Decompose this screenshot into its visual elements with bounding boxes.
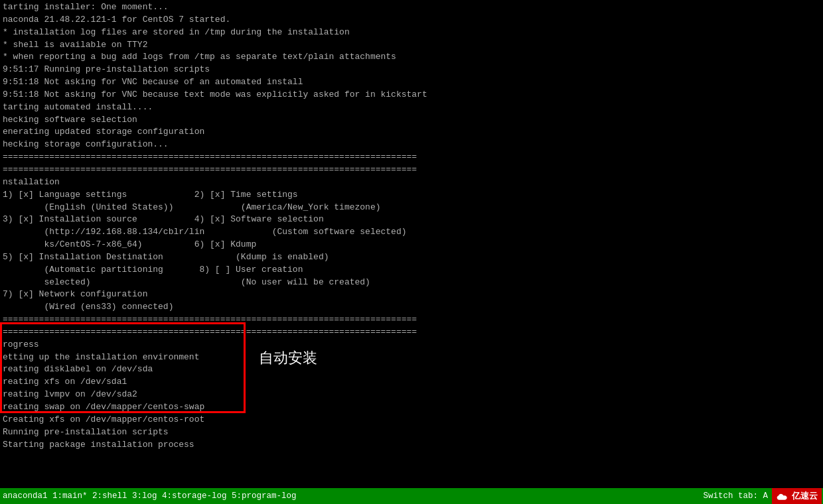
terminal-line: naconda 21.48.22.121-1 for CentOS 7 star… [3, 14, 820, 27]
status-left: anaconda1 1:main* 2:shell 3:log 4:storag… [0, 491, 297, 501]
switch-tab-label[interactable]: Switch tab: A [703, 491, 768, 501]
terminal-line: enerating updated storage configuration [3, 126, 820, 139]
terminal-line: tarting automated install.... [3, 101, 820, 114]
terminal-line: Creating xfs on /dev/mapper/centos-root [3, 414, 820, 426]
terminal-line: reating disklabel on /dev/sda [3, 363, 820, 376]
terminal-line: 7) [x] Network configuration [3, 288, 820, 301]
logo-icon [776, 489, 789, 503]
terminal-line: etting up the installation environment [3, 351, 820, 364]
terminal-line: Running pre-installation scripts [3, 426, 820, 439]
annotation-text: 自动安装 [259, 348, 317, 368]
terminal-line: 5) [x] Installation Destination (Kdump i… [3, 251, 820, 264]
terminal-line: * when reporting a bug add logs from /tm… [3, 51, 820, 64]
terminal-line: selected) (No user will be created) [3, 277, 820, 289]
separator-line: ========================================… [3, 164, 820, 176]
terminal-line: 1) [x] Language settings 2) [x] Time set… [3, 189, 820, 202]
terminal-line: 9:51:18 Not asking for VNC because text … [3, 89, 820, 101]
terminal-line: nstallation [3, 176, 820, 189]
terminal-line: (Automatic partitioning 8) [ ] User crea… [3, 264, 820, 277]
terminal-line: rogress [3, 339, 820, 351]
terminal-line: (Wired (ens33) connected) [3, 301, 820, 314]
separator-line: ========================================… [3, 151, 820, 164]
terminal-line: 3) [x] Installation source 4) [x] Softwa… [3, 214, 820, 226]
logo-area: 亿速云 [772, 488, 822, 504]
terminal-line: reating lvmpv on /dev/sda2 [3, 389, 820, 401]
status-right: Switch tab: A 亿速云 [703, 488, 823, 504]
logo-text: 亿速云 [792, 490, 818, 502]
terminal-line: * shell is available on TTY2 [3, 39, 820, 52]
separator-line: ========================================… [3, 314, 820, 326]
terminal-line: ks/CentOS-7-x86_64) 6) [x] Kdump [3, 239, 820, 251]
tab-list[interactable]: anaconda1 1:main* 2:shell 3:log 4:storag… [3, 491, 297, 501]
terminal-line: (English (United States)) (America/New_Y… [3, 202, 820, 214]
terminal-output: tarting installer: One moment... naconda… [0, 0, 823, 483]
status-bar: anaconda1 1:main* 2:shell 3:log 4:storag… [0, 488, 823, 504]
terminal-line: tarting installer: One moment... [3, 1, 820, 14]
terminal-line: hecking storage configuration... [3, 139, 820, 151]
terminal-line: reating swap on /dev/mapper/centos-swap [3, 401, 820, 414]
terminal-line: 9:51:18 Not asking for VNC because of an… [3, 76, 820, 89]
terminal-line: 9:51:17 Running pre-installation scripts [3, 64, 820, 76]
terminal-line: Starting package installation process [3, 439, 820, 452]
terminal-line: hecking software selection [3, 114, 820, 127]
terminal-line: (http://192.168.88.134/cblr/lin (Custom … [3, 226, 820, 239]
terminal-line: reating xfs on /dev/sda1 [3, 376, 820, 389]
terminal-line: * installation log files are stored in /… [3, 27, 820, 39]
separator-line: ========================================… [3, 326, 820, 339]
